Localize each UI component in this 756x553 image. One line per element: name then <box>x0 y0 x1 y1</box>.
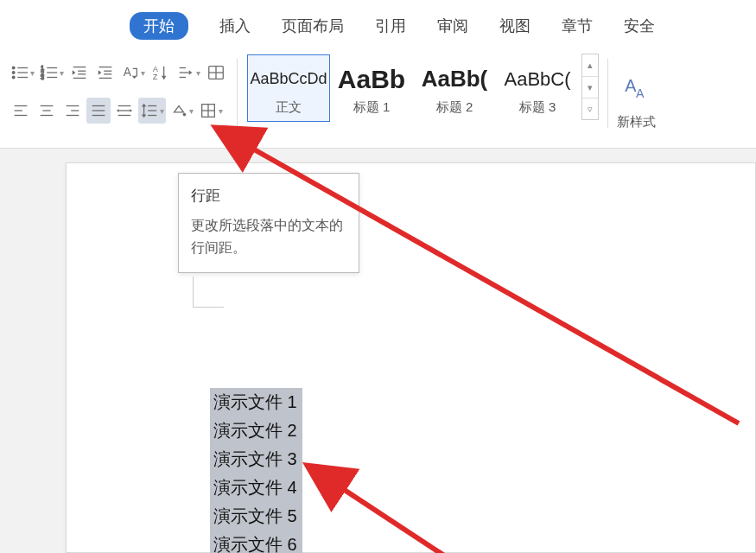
svg-marker-16 <box>73 70 76 75</box>
ribbon-toolbar: ▾ 123▾ A▾ AZ ▾ <box>0 50 756 145</box>
svg-marker-51 <box>130 109 132 112</box>
show-marks-button[interactable]: ▾ <box>175 60 202 86</box>
selected-text-block[interactable]: 演示文件 1 演示文件 2 演示文件 3 演示文件 4 演示文件 5 演示文件 … <box>210 388 302 553</box>
tab-start[interactable]: 开始 <box>130 12 188 40</box>
style-h1-label: 标题 1 <box>353 99 391 116</box>
shading-button[interactable]: ▾ <box>168 98 195 124</box>
style-scroll-up[interactable]: ▴ <box>582 54 598 76</box>
svg-marker-21 <box>98 70 102 75</box>
svg-marker-57 <box>142 115 147 118</box>
doc-line-4: 演示文件 4 <box>210 474 302 502</box>
line-spacing-button[interactable]: ▾ <box>138 98 166 124</box>
svg-point-4 <box>12 76 15 79</box>
paragraph-mark <box>193 276 224 308</box>
style-gallery-scroll: ▴ ▾ ▿ <box>581 54 599 120</box>
align-left-button[interactable] <box>9 98 33 124</box>
tab-safety[interactable]: 安全 <box>624 16 655 36</box>
group-separator <box>237 59 238 128</box>
tab-pagelayout[interactable]: 页面布局 <box>282 16 344 36</box>
svg-marker-31 <box>189 70 193 75</box>
svg-marker-50 <box>117 109 119 112</box>
ordered-list-button[interactable]: 123▾ <box>38 60 66 86</box>
new-style-icon: AA <box>621 73 651 109</box>
style-gallery: AaBbCcDd 正文 AaBb 标题 1 AaBb( 标题 2 AaBbC( … <box>246 54 580 123</box>
tab-view[interactable]: 视图 <box>499 16 530 36</box>
group-paragraph: ▾ 123▾ A▾ AZ ▾ <box>3 54 233 145</box>
ribbon: 开始 插入 页面布局 引用 审阅 视图 章节 安全 ▾ 123▾ <box>0 0 756 149</box>
text-direction-button[interactable]: A▾ <box>119 60 147 86</box>
tab-insert[interactable]: 插入 <box>219 16 251 36</box>
style-h2-preview: AaBb( <box>422 61 488 98</box>
doc-line-1: 演示文件 1 <box>210 388 302 416</box>
unordered-list-button[interactable]: ▾ <box>9 60 36 86</box>
style-h3-preview: AaBbC( <box>504 61 570 98</box>
tab-chapter[interactable]: 章节 <box>562 16 593 36</box>
increase-indent-button[interactable] <box>93 60 118 86</box>
style-expand[interactable]: ▿ <box>582 98 598 119</box>
svg-text:3: 3 <box>41 73 44 81</box>
svg-marker-23 <box>132 76 137 79</box>
svg-marker-27 <box>162 76 167 80</box>
insert-table-button[interactable] <box>204 60 228 86</box>
svg-marker-56 <box>142 104 147 107</box>
doc-line-3: 演示文件 3 <box>210 445 302 474</box>
svg-point-58 <box>183 113 187 117</box>
style-h1-preview: AaBb <box>338 61 405 98</box>
style-body[interactable]: AaBbCcDd 正文 <box>247 54 330 122</box>
line-spacing-tooltip: 行距 更改所选段落中的文本的行间距。 <box>178 173 359 273</box>
align-center-button[interactable] <box>35 98 59 124</box>
group-separator-2 <box>607 59 608 128</box>
ribbon-tabs: 开始 插入 页面布局 引用 审阅 视图 章节 安全 <box>0 0 756 50</box>
document-page[interactable] <box>66 162 756 553</box>
doc-line-6: 演示文件 6 <box>210 531 302 553</box>
style-body-preview: AaBbCcDd <box>250 61 327 98</box>
borders-button[interactable]: ▾ <box>197 98 225 124</box>
svg-point-0 <box>12 67 15 69</box>
svg-text:A: A <box>124 66 132 79</box>
tab-reference[interactable]: 引用 <box>375 16 406 36</box>
style-h1[interactable]: AaBb 标题 1 <box>330 54 413 122</box>
new-style-button[interactable]: AA 新样式 <box>612 54 660 145</box>
style-h3-label: 标题 3 <box>519 99 556 116</box>
group-styles: AaBbCcDd 正文 AaBb 标题 1 AaBb( 标题 2 AaBbC( … <box>241 54 604 145</box>
style-h2[interactable]: AaBb( 标题 2 <box>413 54 496 122</box>
tooltip-title: 行距 <box>191 186 346 206</box>
align-justify-button[interactable] <box>86 98 111 124</box>
style-body-label: 正文 <box>276 99 302 116</box>
tab-review[interactable]: 审阅 <box>437 16 468 36</box>
distributed-align-button[interactable] <box>112 98 137 124</box>
doc-line-2: 演示文件 2 <box>210 416 302 445</box>
sort-button[interactable]: AZ <box>149 60 173 86</box>
decrease-indent-button[interactable] <box>67 60 92 86</box>
svg-text:A: A <box>636 86 645 100</box>
align-right-button[interactable] <box>60 98 85 124</box>
style-scroll-down[interactable]: ▾ <box>582 76 598 98</box>
doc-line-5: 演示文件 5 <box>210 502 302 531</box>
style-h3[interactable]: AaBbC( 标题 3 <box>496 54 579 122</box>
new-style-label: 新样式 <box>617 114 656 130</box>
svg-point-2 <box>12 72 15 74</box>
svg-text:Z: Z <box>153 73 158 81</box>
tooltip-body: 更改所选段落中的文本的行间距。 <box>191 214 346 258</box>
style-h2-label: 标题 2 <box>436 99 473 116</box>
